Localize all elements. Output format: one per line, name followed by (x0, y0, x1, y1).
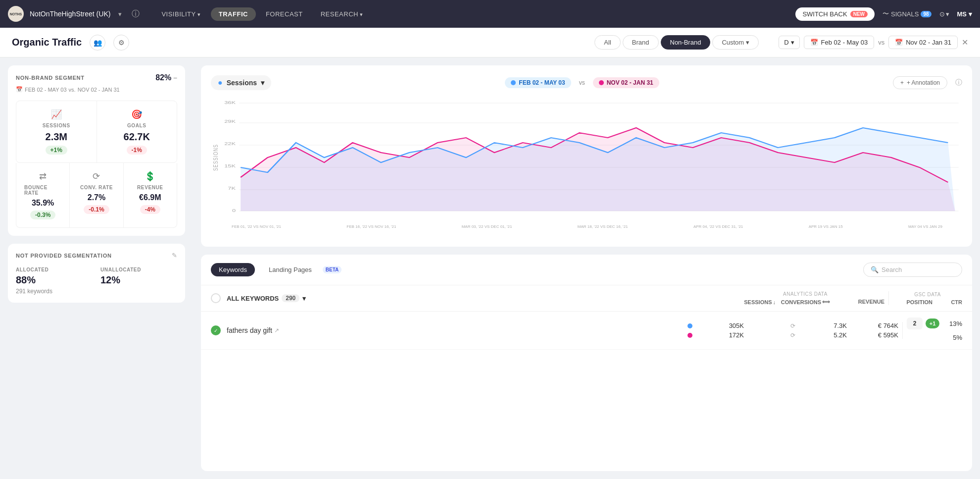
svg-text:7K: 7K (228, 186, 236, 191)
signals-count-badge: 98 (921, 11, 931, 17)
keyword-link-icon[interactable]: ↗ (274, 327, 279, 334)
chart-card: ● Sessions ▾ FEB 02 - MAY 03 vs NOV 02 -… (201, 65, 972, 247)
switch-back-button[interactable]: SWITCH BACK NEW (795, 7, 875, 21)
metric-revenue: 💲 REVENUE €6.9M -4% (124, 163, 177, 227)
nav-tab-visibility[interactable]: VISIBILITY (153, 7, 208, 21)
metric-bounce-rate: ⇄ BOUNCE RATE 35.9% -0.3% (16, 163, 69, 227)
segment-title: NON-BRAND SEGMENT (16, 75, 85, 81)
revenue-value: €6.9M (139, 193, 161, 202)
allocated-cell: ALLOCATED 88% 291 keywords (16, 267, 93, 295)
keyword-data: 305K ⟳ 7.3K € 764K 172K ⟳ 5.2K € 595K (687, 318, 962, 343)
chart-info-icon[interactable]: ⓘ (955, 78, 962, 87)
signals-button[interactable]: 〜 SIGNALS 98 (882, 9, 931, 18)
metric-selector-label: Sessions (227, 79, 257, 87)
user-menu-button[interactable]: MS ▾ (957, 10, 973, 18)
nav-right-section: SWITCH BACK NEW 〜 SIGNALS 98 ⊙ ▾ MS ▾ (795, 7, 972, 21)
position-badge: 2 (907, 318, 923, 329)
metric-goals: 🎯 GOALS 62.7K -1% (97, 101, 177, 162)
all-keywords-label: ALL KEYWORDS (227, 295, 279, 302)
kw-sessions-2: 172K (694, 331, 744, 339)
conv-rate-label: CONV. RATE (80, 185, 113, 190)
main-layout: NON-BRAND SEGMENT 82% – 📅 FEB 02 - MAY 0… (0, 57, 980, 479)
date-close-button[interactable]: ✕ (962, 38, 968, 47)
pill-brand[interactable]: Brand (623, 35, 659, 50)
custom-chevron-icon: ▾ (746, 39, 749, 46)
annotation-button[interactable]: + + Annotation (893, 76, 947, 89)
search-placeholder: Search (882, 266, 902, 273)
search-icon: 🔍 (871, 266, 879, 273)
keyword-name: fathers day gift (227, 326, 272, 334)
col-header-position[interactable]: POSITION (893, 299, 932, 305)
legend-dot-pink (599, 80, 604, 85)
pill-all[interactable]: All (594, 35, 620, 50)
column-headers: ANALYTICS DATA SESSIONS ↓ CONVERSIONS ⟺ … (726, 291, 962, 305)
date-range-1-picker[interactable]: 📅 Feb 02 - May 03 (804, 36, 875, 49)
goals-label: GOALS (127, 123, 147, 128)
change-badge: +1 (926, 319, 939, 328)
unallocated-label: UNALLOCATED (100, 267, 177, 272)
col-header-conversions[interactable]: CONVERSIONS ⟺ (776, 299, 830, 305)
info-icon[interactable]: ⓘ (132, 9, 140, 19)
date-range-2-picker[interactable]: 📅 Nov 02 - Jan 31 (888, 36, 958, 49)
tab-landing-pages[interactable]: Landing Pages (261, 263, 320, 276)
edit-icon[interactable]: ✎ (172, 252, 177, 259)
custom-label: Custom (722, 39, 744, 46)
user-initials: MS (957, 10, 967, 18)
all-keywords-radio[interactable] (211, 293, 221, 303)
top-navigation: NOTHS NotOnTheHighStreet (UK) ▾ ⓘ VISIBI… (0, 0, 980, 28)
share-icon-button[interactable]: 👥 (90, 35, 105, 51)
calendar-icon-1: 📅 (810, 39, 818, 46)
user-chevron-icon: ▾ (969, 10, 972, 18)
page-title: Organic Traffic (12, 37, 82, 48)
keywords-filter-row: ALL KEYWORDS 290 ▾ ANALYTICS DATA SESSIO… (201, 285, 972, 312)
nav-tab-research[interactable]: RESEARCH (313, 7, 371, 21)
nav-tab-forecast[interactable]: FORECAST (258, 7, 311, 21)
svg-text:29K: 29K (224, 119, 236, 124)
settings-icon-button[interactable]: ⚙ (113, 35, 129, 51)
calendar-icon-2: 📅 (895, 39, 903, 46)
keywords-header: Keywords Landing Pages BETA 🔍 Search (201, 255, 972, 285)
nav-tab-traffic[interactable]: TRAFFIC (211, 7, 256, 21)
vs-separator: vs (878, 39, 884, 46)
not-provided-title: NOT PROVIDED SEGMENTATION (16, 253, 112, 259)
not-provided-card: NOT PROVIDED SEGMENTATION ✎ ALLOCATED 88… (8, 244, 185, 303)
annotation-plus-icon: + (900, 79, 904, 86)
col-header-sessions[interactable]: SESSIONS ↓ (726, 299, 776, 305)
sessions-icon: 📈 (51, 109, 62, 120)
metric-conv-rate: ⟳ CONV. RATE 2.7% -0.1% (70, 163, 123, 227)
help-button[interactable]: ⊙ ▾ (939, 10, 949, 18)
date-granularity-select[interactable]: D ▾ (779, 36, 799, 49)
keyword-checkbox[interactable]: ✓ (211, 325, 221, 335)
x-label-2: FEB 16, '22 VS NOV 16, '21 (346, 224, 396, 229)
kw-revenue-2: € 595K (849, 331, 898, 339)
help-chevron-icon: ▾ (946, 10, 949, 18)
segment-dates: 📅 FEB 02 - MAY 03 vs. NOV 02 - JAN 31 (16, 86, 177, 93)
date-range-1-label: Feb 02 - May 03 (821, 39, 868, 46)
pill-custom[interactable]: Custom ▾ (712, 35, 759, 50)
right-panel: ● Sessions ▾ FEB 02 - MAY 03 vs NOV 02 -… (193, 57, 980, 479)
revenue-badge: -4% (140, 205, 160, 214)
tab-keywords[interactable]: Keywords (211, 263, 255, 276)
search-box[interactable]: 🔍 Search (863, 263, 962, 277)
all-keywords-selector[interactable]: ALL KEYWORDS 290 ▾ (227, 294, 306, 302)
sessions-badge: +1% (46, 146, 67, 155)
pill-non-brand[interactable]: Non-Brand (661, 35, 711, 50)
share-icon: 👥 (94, 39, 102, 47)
svg-text:36K: 36K (224, 100, 236, 105)
legend-date1: FEB 02 - MAY 03 (505, 77, 571, 88)
allocated-label: ALLOCATED (16, 267, 93, 272)
conv-rate-value: 2.7% (88, 193, 105, 202)
brand-name: NotOnTheHighStreet (UK) (30, 10, 110, 18)
position-badge-2 (907, 331, 923, 343)
page-header: Organic Traffic 👥 ⚙ All Brand Non-Brand … (0, 28, 980, 57)
metric-selector[interactable]: ● Sessions ▾ (211, 75, 271, 90)
keywords-count-badge: 290 (282, 294, 299, 302)
brand-chevron-icon[interactable]: ▾ (118, 10, 122, 18)
bounce-rate-value: 35.9% (32, 199, 54, 208)
allocated-sub: 291 keywords (16, 288, 93, 295)
kw-dot-blue (687, 323, 692, 328)
unallocated-cell: UNALLOCATED 12% (100, 267, 177, 295)
not-provided-grid: ALLOCATED 88% 291 keywords UNALLOCATED 1… (16, 267, 177, 295)
revenue-icon: 💲 (145, 171, 155, 182)
signals-label: SIGNALS (891, 10, 919, 18)
